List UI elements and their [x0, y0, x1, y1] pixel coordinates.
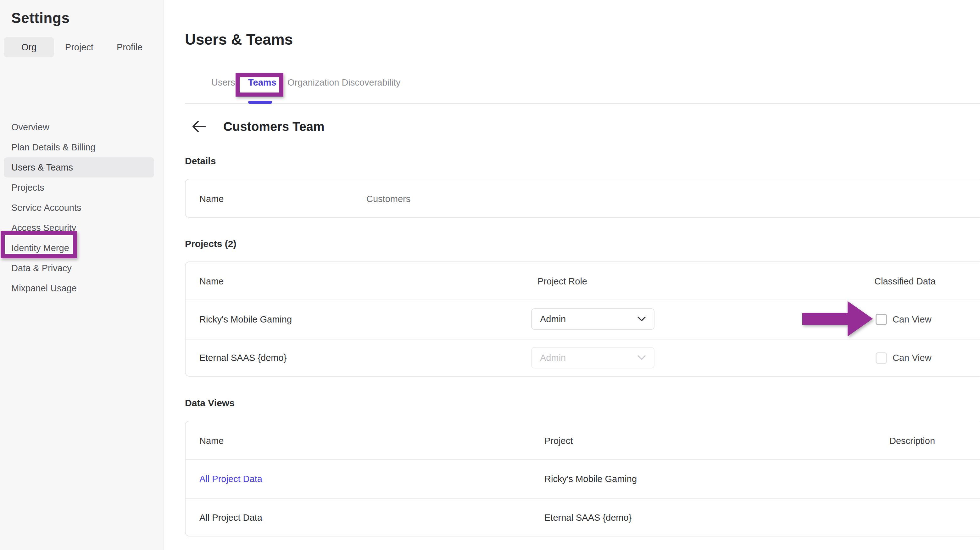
details-card: Name Customers	[185, 179, 980, 218]
tabbar-divider	[185, 103, 980, 104]
data-views-table: Name Project Description All Project Dat…	[185, 421, 980, 536]
sidebar-item-identity-merge[interactable]: Identity Merge	[0, 238, 164, 258]
sidebar-item-overview[interactable]: Overview	[0, 117, 164, 137]
sidebar-item-access-security[interactable]: Access Security	[0, 218, 164, 238]
can-view-label: Can View	[892, 314, 932, 325]
tab-organization-discoverability[interactable]: Organization Discoverability	[288, 77, 400, 88]
project-role-select-disabled: Admin	[531, 347, 654, 368]
projects-heading: Projects (2)	[185, 239, 236, 249]
page-title: Users & Teams	[185, 31, 293, 48]
row-divider	[186, 459, 980, 460]
data-view-name-link[interactable]: All Project Data	[199, 474, 262, 484]
project-name: Eternal SAAS {demo}	[199, 353, 286, 363]
column-header-project: Project	[544, 436, 573, 446]
sidebar-item-plan-details-billing[interactable]: Plan Details & Billing	[0, 137, 164, 157]
sidebar-tab-profile[interactable]: Profile	[104, 37, 155, 57]
chevron-down-icon	[638, 355, 646, 360]
projects-table: Name Project Role Classified Data Ricky'…	[185, 261, 980, 377]
sidebar-nav: Overview Plan Details & Billing Users & …	[0, 117, 164, 298]
team-title: Customers Team	[223, 120, 325, 134]
settings-screen: Settings Org Project Profile Overview Pl…	[0, 0, 980, 550]
data-view-project: Ricky's Mobile Gaming	[544, 474, 637, 484]
row-divider	[186, 300, 980, 300]
column-header-name: Name	[199, 436, 224, 446]
chevron-down-icon	[638, 317, 646, 322]
data-view-project: Eternal SAAS {demo}	[544, 513, 632, 523]
row-divider	[186, 498, 980, 499]
team-header: Customers Team	[191, 119, 325, 134]
sidebar: Settings Org Project Profile Overview Pl…	[0, 0, 164, 550]
tab-teams[interactable]: Teams	[248, 77, 277, 88]
tab-users[interactable]: Users	[212, 77, 235, 88]
details-name-label: Name	[199, 194, 224, 204]
can-view-checkbox[interactable]	[876, 314, 887, 325]
row-divider	[186, 339, 980, 340]
can-view-label: Can View	[892, 353, 932, 363]
column-header-project-role: Project Role	[538, 276, 587, 287]
active-tab-underline	[248, 101, 272, 104]
sidebar-item-mixpanel-usage[interactable]: Mixpanel Usage	[0, 278, 164, 298]
can-view-checkbox-disabled	[876, 352, 887, 364]
sidebar-item-service-accounts[interactable]: Service Accounts	[0, 198, 164, 218]
sidebar-item-users-teams[interactable]: Users & Teams	[0, 157, 164, 177]
data-views-heading: Data Views	[185, 398, 235, 408]
sidebar-tab-project[interactable]: Project	[54, 37, 104, 57]
sidebar-item-data-privacy[interactable]: Data & Privacy	[0, 258, 164, 278]
project-name: Ricky's Mobile Gaming	[199, 314, 292, 325]
sidebar-scope-tabs: Org Project Profile	[4, 37, 155, 57]
sidebar-tab-org[interactable]: Org	[4, 37, 54, 57]
column-header-description: Description	[889, 436, 935, 446]
sidebar-item-projects[interactable]: Projects	[0, 177, 164, 198]
column-header-classified-data: Classified Data	[874, 276, 935, 287]
data-view-name: All Project Data	[199, 513, 262, 523]
sidebar-title: Settings	[11, 10, 70, 26]
details-name-value: Customers	[366, 194, 410, 204]
project-role-select[interactable]: Admin	[531, 308, 654, 330]
column-header-name: Name	[199, 276, 224, 287]
details-heading: Details	[185, 156, 216, 166]
back-arrow-icon[interactable]	[191, 119, 206, 134]
